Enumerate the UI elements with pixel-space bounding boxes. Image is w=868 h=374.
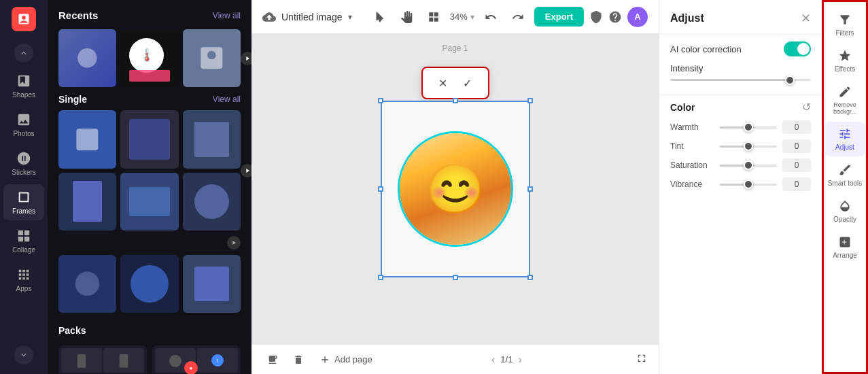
zoom-area[interactable]: 34% ▾ bbox=[450, 12, 474, 22]
handle-top-mid[interactable] bbox=[453, 98, 458, 103]
warmth-slider[interactable] bbox=[720, 121, 777, 134]
shield-icon[interactable] bbox=[589, 10, 603, 24]
frames-panel: Recents View all 🌡️ Single View all bbox=[48, 0, 251, 374]
adjust-close-btn[interactable]: ✕ bbox=[801, 11, 811, 26]
handle-bottom-right[interactable] bbox=[527, 275, 533, 280]
sidebar-item-apps[interactable]: Apps bbox=[3, 262, 44, 298]
cancel-crop-btn[interactable]: ✕ bbox=[434, 73, 453, 92]
add-page-label: Add page bbox=[334, 354, 372, 364]
saturation-label: Saturation bbox=[670, 160, 714, 170]
vibrance-row: Vibrance 0 bbox=[670, 177, 811, 191]
layout-btn[interactable] bbox=[423, 6, 445, 28]
right-tool-filters[interactable]: Filters bbox=[824, 7, 865, 42]
tint-slider[interactable] bbox=[720, 140, 777, 153]
single-thumb-7[interactable] bbox=[58, 255, 116, 313]
sidebar-item-frames[interactable]: Frames bbox=[3, 184, 44, 220]
single-thumb-4[interactable] bbox=[58, 173, 116, 231]
right-tool-adjust[interactable]: Adjust bbox=[824, 122, 865, 156]
select-tool-btn[interactable] bbox=[368, 6, 390, 28]
prev-page-btn[interactable]: ‹ bbox=[491, 354, 495, 366]
single-thumb-5[interactable] bbox=[120, 173, 178, 231]
single-grid2 bbox=[48, 252, 251, 316]
next-page-btn[interactable]: › bbox=[518, 354, 521, 366]
color-reset-btn[interactable]: ↺ bbox=[802, 101, 811, 114]
sidebar-scroll-down[interactable] bbox=[14, 345, 33, 364]
recent-thumb-1[interactable] bbox=[58, 29, 116, 87]
sidebar-item-shapes[interactable]: Shapes bbox=[3, 68, 44, 104]
handle-top-right[interactable] bbox=[527, 98, 533, 103]
toggle-knob bbox=[797, 43, 810, 55]
right-tool-effects[interactable]: Effects bbox=[824, 44, 865, 78]
right-tool-opacity[interactable]: Opacity bbox=[824, 194, 865, 228]
undo-btn[interactable] bbox=[480, 6, 502, 28]
sidebar-item-photos[interactable]: Photos bbox=[3, 107, 44, 143]
zoom-level[interactable]: 34% bbox=[450, 12, 468, 22]
ai-correction-toggle[interactable] bbox=[784, 41, 811, 56]
right-tool-smart[interactable]: Smart tools bbox=[824, 158, 865, 192]
help-icon[interactable] bbox=[608, 10, 622, 24]
single-next-btn[interactable] bbox=[241, 164, 251, 177]
single-row2 bbox=[48, 252, 251, 316]
vibrance-label: Vibrance bbox=[670, 180, 714, 189]
vibrance-slider[interactable] bbox=[720, 178, 777, 191]
recent-thumb-3[interactable] bbox=[183, 29, 241, 87]
avatar[interactable]: A bbox=[627, 7, 648, 27]
single-title: Single bbox=[58, 94, 87, 105]
page-indicator: 1/1 bbox=[500, 354, 513, 364]
packs-grid: Mockup ● f 🐦 Social m bbox=[48, 343, 251, 374]
add-page-button[interactable]: Add page bbox=[314, 352, 378, 368]
recents-next-btn[interactable] bbox=[241, 52, 251, 65]
handle-bottom-left[interactable] bbox=[378, 275, 383, 280]
saturation-value: 0 bbox=[782, 158, 811, 172]
sidebar-item-collage[interactable]: Collage bbox=[3, 223, 44, 259]
sidebar-item-stickers[interactable]: Stickers bbox=[3, 146, 44, 182]
right-tool-remove-bg[interactable]: Remove backgr... bbox=[824, 80, 865, 120]
pack-social[interactable]: ● f 🐦 Social media bbox=[152, 345, 241, 374]
single-thumb-3[interactable] bbox=[183, 110, 241, 168]
fit-screen-btn[interactable] bbox=[636, 352, 648, 367]
export-button[interactable]: Export bbox=[534, 7, 584, 27]
single-view-all[interactable]: View all bbox=[213, 95, 241, 104]
handle-mid-left[interactable] bbox=[378, 186, 383, 192]
recents-view-all[interactable]: View all bbox=[213, 11, 241, 20]
app-logo[interactable] bbox=[12, 7, 36, 31]
single-row bbox=[48, 107, 251, 233]
single-header: Single View all bbox=[48, 90, 251, 107]
remove-bg-label: Remove backgr... bbox=[827, 101, 863, 115]
single-thumb-2[interactable] bbox=[120, 110, 178, 168]
redo-btn[interactable] bbox=[507, 6, 529, 28]
delete-page-btn[interactable] bbox=[288, 350, 309, 370]
pack-mockup[interactable]: Mockup bbox=[58, 345, 147, 374]
handle-mid-right[interactable] bbox=[527, 186, 533, 192]
file-title: Untitled image bbox=[281, 12, 343, 22]
sidebar-scroll-up[interactable] bbox=[14, 44, 33, 63]
sidebar-photos-label: Photos bbox=[13, 130, 34, 137]
saturation-slider[interactable] bbox=[720, 159, 777, 172]
intensity-slider[interactable] bbox=[670, 79, 811, 81]
single-thumb-1[interactable] bbox=[58, 110, 116, 168]
intensity-thumb[interactable] bbox=[785, 75, 795, 85]
zoom-chevron-icon[interactable]: ▾ bbox=[470, 12, 474, 22]
hand-tool-btn[interactable] bbox=[396, 6, 417, 28]
single-row2-next-btn[interactable] bbox=[227, 236, 241, 250]
warmth-value: 0 bbox=[782, 120, 811, 134]
smart-tools-label: Smart tools bbox=[828, 180, 863, 187]
confirm-crop-btn[interactable]: ✓ bbox=[458, 73, 477, 92]
handle-bottom-mid[interactable] bbox=[453, 275, 458, 280]
canvas-content: 😊 bbox=[381, 101, 530, 277]
handle-top-left[interactable] bbox=[378, 98, 383, 103]
title-chevron-icon[interactable]: ▾ bbox=[348, 12, 352, 22]
left-sidebar: Shapes Photos Stickers Frames Collage Ap… bbox=[0, 0, 48, 374]
upload-icon[interactable] bbox=[262, 10, 276, 24]
page-template-btn[interactable] bbox=[262, 350, 283, 370]
single-thumb-6[interactable] bbox=[183, 173, 241, 231]
right-tool-arrange[interactable]: Arrange bbox=[824, 230, 865, 265]
intensity-fill bbox=[670, 79, 790, 81]
bottom-toolbar: Add page ‹ 1/1 › bbox=[251, 344, 659, 374]
single-thumb-8[interactable] bbox=[120, 255, 178, 313]
single-grid bbox=[48, 107, 251, 233]
recents-row: 🌡️ bbox=[48, 27, 251, 90]
confirm-toolbar: ✕ ✓ bbox=[421, 67, 489, 99]
recent-thumb-2[interactable]: 🌡️ bbox=[120, 29, 178, 87]
single-thumb-9[interactable] bbox=[183, 255, 241, 313]
